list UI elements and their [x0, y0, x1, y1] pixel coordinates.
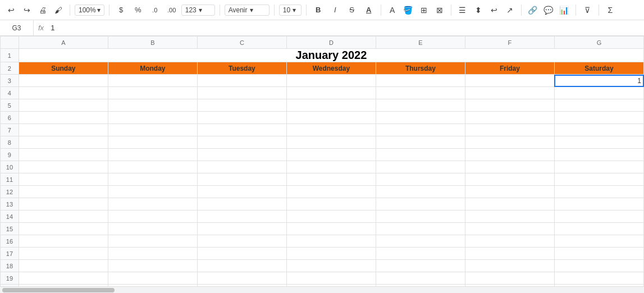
cell-B16[interactable]: [108, 235, 197, 248]
cell-A17[interactable]: [19, 248, 108, 260]
chart-button[interactable]: 📊: [558, 3, 571, 17]
cell-F2-friday[interactable]: Friday: [465, 62, 554, 75]
cell-C19[interactable]: [197, 272, 286, 285]
cell-D6[interactable]: [286, 112, 376, 124]
cell-G3[interactable]: 1: [554, 75, 643, 87]
bold-button[interactable]: B: [311, 3, 326, 17]
cell-A2-sunday[interactable]: Sunday: [19, 62, 108, 75]
cell-B7[interactable]: [108, 124, 197, 136]
cell-G17[interactable]: [554, 248, 643, 260]
text-color-button[interactable]: A: [386, 3, 399, 17]
cell-F18[interactable]: [465, 260, 554, 272]
cell-B17[interactable]: [108, 248, 197, 260]
cell-C6[interactable]: [197, 112, 286, 124]
cell-A16[interactable]: [19, 235, 108, 248]
cell-F7[interactable]: [465, 124, 554, 136]
redo-button[interactable]: ↪: [20, 3, 34, 17]
horizontal-scrollbar[interactable]: [0, 286, 644, 293]
cell-F16[interactable]: [465, 235, 554, 248]
cell-C17[interactable]: [197, 248, 286, 260]
cell-G11[interactable]: [554, 173, 643, 186]
cell-F11[interactable]: [465, 173, 554, 186]
cell-C13[interactable]: [197, 198, 286, 210]
function-button[interactable]: Σ: [604, 3, 617, 17]
cell-A5[interactable]: [19, 99, 108, 112]
decimal00-button[interactable]: .00: [165, 3, 179, 17]
cell-E6[interactable]: [376, 112, 465, 124]
borders-button[interactable]: ⊞: [417, 3, 431, 17]
cell-C3[interactable]: [197, 75, 286, 87]
cell-C15[interactable]: [197, 223, 286, 235]
cell-E7[interactable]: [376, 124, 465, 136]
col-header-A[interactable]: A: [19, 36, 108, 49]
cell-F6[interactable]: [465, 112, 554, 124]
cell-B5[interactable]: [108, 99, 197, 112]
cell-A14[interactable]: [19, 210, 108, 223]
cell-G15[interactable]: [554, 223, 643, 235]
cell-C5[interactable]: [197, 99, 286, 112]
cell-E3[interactable]: [376, 75, 465, 87]
cell-D10[interactable]: [286, 161, 376, 173]
cell-A8[interactable]: [19, 136, 108, 149]
cell-D20[interactable]: [286, 285, 376, 287]
cell-D14[interactable]: [286, 210, 376, 223]
cell-F10[interactable]: [465, 161, 554, 173]
rotate-button[interactable]: ↗: [503, 3, 517, 17]
zoom-control[interactable]: 100% ▾: [75, 4, 104, 16]
cell-G19[interactable]: [554, 272, 643, 285]
cell-A6[interactable]: [19, 112, 108, 124]
cell-E15[interactable]: [376, 223, 465, 235]
cell-C8[interactable]: [197, 136, 286, 149]
scrollbar-thumb[interactable]: [2, 288, 115, 292]
cell-G9[interactable]: [554, 149, 643, 161]
cell-E5[interactable]: [376, 99, 465, 112]
cell-E9[interactable]: [376, 149, 465, 161]
cell-reference[interactable]: G3: [0, 20, 34, 35]
cell-B12[interactable]: [108, 186, 197, 198]
col-header-D[interactable]: D: [286, 36, 376, 49]
cell-B13[interactable]: [108, 198, 197, 210]
cell-D16[interactable]: [286, 235, 376, 248]
cell-E16[interactable]: [376, 235, 465, 248]
decimal0-button[interactable]: .0: [148, 3, 162, 17]
cell-G7[interactable]: [554, 124, 643, 136]
cell-D17[interactable]: [286, 248, 376, 260]
cell-F4[interactable]: [465, 87, 554, 99]
number-format-dropdown[interactable]: 123 ▾: [181, 4, 215, 16]
font-dropdown[interactable]: Avenir ▾: [225, 4, 270, 16]
cell-B9[interactable]: [108, 149, 197, 161]
col-header-G[interactable]: G: [554, 36, 643, 49]
cell-D8[interactable]: [286, 136, 376, 149]
cell-C4[interactable]: [197, 87, 286, 99]
cell-A11[interactable]: [19, 173, 108, 186]
cell-G6[interactable]: [554, 112, 643, 124]
cell-D2-wednesday[interactable]: Wednesday: [286, 62, 376, 75]
font-size-dropdown[interactable]: 10 ▾: [279, 4, 302, 16]
cell-B4[interactable]: [108, 87, 197, 99]
cell-B18[interactable]: [108, 260, 197, 272]
cell-D4[interactable]: [286, 87, 376, 99]
fill-color-button[interactable]: 🪣: [401, 3, 415, 17]
cell-C2-tuesday[interactable]: Tuesday: [197, 62, 286, 75]
cell-G5[interactable]: [554, 99, 643, 112]
cell-C10[interactable]: [197, 161, 286, 173]
cell-E4[interactable]: [376, 87, 465, 99]
cell-B11[interactable]: [108, 173, 197, 186]
col-header-E[interactable]: E: [376, 36, 465, 49]
cell-B15[interactable]: [108, 223, 197, 235]
cell-F9[interactable]: [465, 149, 554, 161]
valign-button[interactable]: ⬍: [472, 3, 485, 17]
cell-C9[interactable]: [197, 149, 286, 161]
merge-button[interactable]: ⊠: [433, 3, 446, 17]
cell-D3[interactable]: [286, 75, 376, 87]
strikethrough-button[interactable]: S: [345, 3, 359, 17]
cell-A4[interactable]: [19, 87, 108, 99]
cell-G20[interactable]: [554, 285, 643, 287]
cell-D13[interactable]: [286, 198, 376, 210]
cell-E10[interactable]: [376, 161, 465, 173]
cell-A3[interactable]: [19, 75, 108, 87]
cell-D15[interactable]: [286, 223, 376, 235]
filter-button[interactable]: ⊽: [581, 3, 594, 17]
cell-G4[interactable]: [554, 87, 643, 99]
cell-G10[interactable]: [554, 161, 643, 173]
